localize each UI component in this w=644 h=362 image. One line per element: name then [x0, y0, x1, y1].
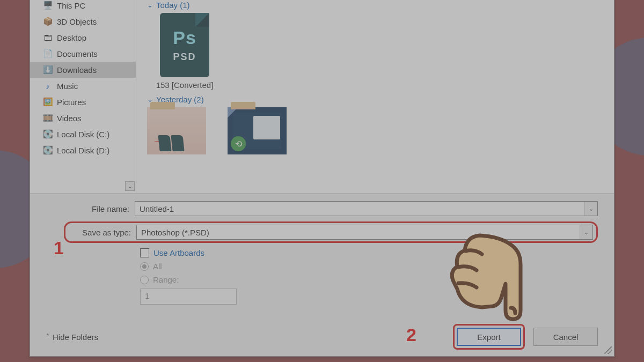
radio-icon: [140, 276, 149, 284]
save-as-dialog: 🖥️ This PC 📦 3D Objects 🗔 Desktop 📄 Docu…: [30, 0, 614, 357]
filename-label: File name:: [46, 204, 135, 213]
sidebar-item-local-disk-d[interactable]: 💽 Local Disk (D:): [30, 142, 136, 158]
sidebar-item-desktop[interactable]: 🗔 Desktop: [30, 29, 136, 46]
refresh-badge-icon: ⟲: [231, 136, 246, 151]
save-as-type-value: Photoshop (*.PSD): [141, 228, 209, 237]
use-artboards-label: Use Artboards: [153, 248, 204, 257]
sidebar-item-videos[interactable]: 🎞️ Videos: [30, 110, 136, 126]
pictures-icon: 🖼️: [43, 97, 53, 107]
music-icon: ♪: [43, 81, 53, 91]
chevron-up-icon: ˄: [46, 333, 49, 341]
sidebar-item-label: Pictures: [57, 98, 86, 107]
save-options-panel: File name: Untitled-1 ⌄ 1 Save as type: …: [30, 193, 614, 356]
filename-input[interactable]: Untitled-1 ⌄: [135, 201, 598, 216]
folder-tree-sidebar[interactable]: 🖥️ This PC 📦 3D Objects 🗔 Desktop 📄 Docu…: [30, 0, 136, 193]
folder-item[interactable]: ⟲: [228, 107, 287, 154]
download-icon: ⬇️: [43, 65, 53, 75]
hide-folders-label: Hide Folders: [53, 333, 98, 342]
sidebar-item-label: 3D Objects: [57, 17, 97, 26]
annotation-step-1: 1: [54, 238, 64, 258]
file-item-psd[interactable]: Ps PSD 153 [Converted]: [147, 13, 222, 90]
use-artboards-checkbox[interactable]: Use Artboards: [140, 248, 598, 257]
filename-value: Untitled-1: [140, 204, 174, 213]
sidebar-item-this-pc[interactable]: 🖥️ This PC: [30, 0, 136, 13]
artboards-range-radio: Range:: [140, 275, 598, 284]
all-label: All: [153, 262, 162, 271]
sidebar-item-local-disk-c[interactable]: 💽 Local Disk (C:): [30, 126, 136, 142]
export-button[interactable]: Export: [457, 328, 521, 346]
checkbox-icon: [140, 248, 149, 257]
group-header-yesterday[interactable]: ⌄ Yesterday (2): [147, 95, 606, 104]
artboards-all-radio: All: [140, 262, 598, 271]
dropdown-arrow-icon[interactable]: ⌄: [580, 225, 592, 239]
desktop-icon: 🗔: [43, 33, 53, 42]
sidebar-item-documents[interactable]: 📄 Documents: [30, 46, 136, 62]
disk-icon: 💽: [43, 129, 53, 139]
psd-thumbnail-icon: Ps PSD: [160, 13, 209, 77]
videos-icon: 🎞️: [43, 113, 53, 123]
sidebar-item-downloads[interactable]: ⬇️ Downloads: [30, 62, 136, 78]
sidebar-item-pictures[interactable]: 🖼️ Pictures: [30, 94, 136, 110]
range-label: Range:: [153, 275, 179, 284]
group-label: Today (1): [156, 1, 190, 10]
sidebar-item-label: Videos: [57, 114, 82, 123]
chevron-down-icon: ⌄: [147, 1, 153, 9]
dropdown-arrow-icon[interactable]: ⌄: [584, 202, 597, 216]
sidebar-item-3d-objects[interactable]: 📦 3D Objects: [30, 13, 136, 29]
sidebar-item-label: Local Disk (D:): [57, 146, 109, 155]
sidebar-item-label: Music: [57, 82, 78, 91]
sidebar-item-music[interactable]: ♪ Music: [30, 78, 136, 94]
annotation-highlight-export: Export: [453, 324, 525, 350]
resize-grip-icon[interactable]: [604, 346, 612, 354]
save-as-type-dropdown[interactable]: Photoshop (*.PSD) ⌄: [136, 225, 593, 240]
3d-icon: 📦: [43, 17, 53, 26]
sidebar-scroll-down[interactable]: ⌄: [125, 181, 135, 191]
cancel-button[interactable]: Cancel: [533, 328, 598, 346]
disk-icon: 💽: [43, 145, 53, 155]
sidebar-item-label: Local Disk (C:): [57, 130, 109, 139]
sidebar-item-label: Documents: [57, 49, 98, 58]
save-as-type-label: Save as type:: [65, 228, 136, 237]
annotation-step-2: 2: [406, 324, 416, 345]
range-input: 1: [140, 289, 237, 305]
folder-item[interactable]: →: [147, 107, 206, 154]
sidebar-item-label: Downloads: [57, 65, 97, 75]
file-list-area[interactable]: ⌄ Today (1) Ps PSD 153 [Converted] ⌄ Yes…: [136, 0, 614, 193]
sidebar-item-label: This PC: [57, 1, 85, 10]
sidebar-item-label: Desktop: [57, 33, 86, 42]
computer-icon: 🖥️: [43, 1, 53, 10]
group-header-today[interactable]: ⌄ Today (1): [147, 1, 606, 10]
hide-folders-toggle[interactable]: ˄ Hide Folders: [46, 333, 98, 342]
file-item-label: 153 [Converted]: [156, 80, 214, 90]
radio-icon: [140, 262, 149, 271]
documents-icon: 📄: [43, 49, 53, 58]
